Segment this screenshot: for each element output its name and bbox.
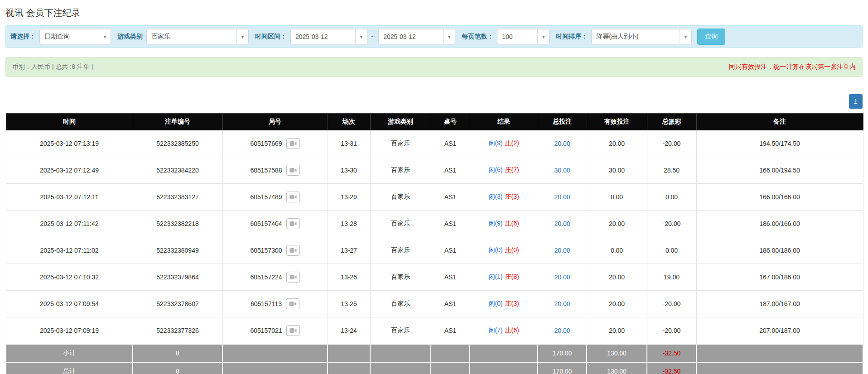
cell-remark: 167.00/186.00 (696, 264, 863, 291)
cell-table-no: AS1 (431, 157, 470, 184)
video-replay-button[interactable] (286, 218, 300, 229)
cell-session: 13-31 (328, 130, 370, 157)
cell-time: 2025-03-12 07:11:02 (6, 237, 133, 264)
total-bet-link[interactable]: 20.00 (554, 247, 570, 254)
total-bet-link[interactable]: 20.00 (554, 193, 570, 201)
video-replay-button[interactable] (286, 165, 300, 176)
video-replay-button[interactable] (286, 272, 300, 283)
sort-select[interactable]: 降幂(由大到小) ▼ (591, 29, 692, 44)
cell-remark: 207.00/187.00 (696, 317, 863, 345)
header-remark: 备注 (696, 114, 863, 130)
video-camera-icon (289, 274, 297, 280)
round-number: 605157404 (250, 220, 282, 227)
chevron-down-icon[interactable]: ▼ (236, 29, 248, 44)
result-banker: 庄(7) (505, 166, 519, 173)
cell-session: 13-27 (328, 237, 370, 264)
total-bet-link[interactable]: 20.00 (554, 327, 570, 334)
round-number: 605157300 (250, 247, 282, 254)
cell-game-type: 百家乐 (370, 157, 431, 184)
cell-table-no: AS1 (431, 184, 470, 211)
cell-total-bet: 20.00 (538, 130, 587, 157)
cell-time: 2025-03-12 07:10:32 (6, 264, 133, 291)
search-button[interactable]: 查询 (697, 29, 725, 45)
chevron-down-icon[interactable]: ▼ (355, 29, 367, 44)
cell-time: 2025-03-12 07:11:42 (6, 211, 133, 237)
subtotal-total-bet: 170.00 (538, 344, 587, 362)
cell-time: 2025-03-12 07:09:54 (6, 291, 133, 317)
total-bet-link[interactable]: 20.00 (554, 220, 570, 227)
cell-remark: 186.00/166.00 (696, 211, 863, 237)
date-to-select[interactable]: 2025-03-12 ▼ (378, 29, 455, 44)
page-button-1[interactable]: 1 (849, 94, 863, 109)
result-player: 闲(3) (488, 193, 502, 200)
result-player: 闲(9) (488, 139, 502, 147)
cell-result: 闲(3)庄(3) (470, 184, 538, 211)
summary-currency-count: 币别：人民币 | 总共 :8 注单 | (12, 63, 93, 71)
cell-remark: 187.00/167.00 (696, 291, 863, 317)
result-banker: 庄(6) (505, 326, 519, 334)
round-number: 605157224 (250, 273, 282, 281)
cell-result: 闲(0)庄(0) (470, 237, 538, 264)
video-replay-button[interactable] (286, 192, 300, 202)
date-from-select[interactable]: 2025-03-12 ▼ (290, 29, 367, 44)
filter-bar: 请选择： 日期查询 ▼ 游戏类别 百家乐 ▼ 时间区间： 2025-03-12 … (5, 25, 863, 48)
cell-total-bet: 20.00 (538, 184, 587, 211)
video-replay-button[interactable] (286, 138, 300, 149)
cell-session: 13-30 (328, 157, 370, 184)
cell-valid-bet: 30.00 (587, 157, 647, 184)
game-type-value: 百家乐 (147, 29, 236, 44)
video-replay-button[interactable] (286, 298, 299, 309)
video-camera-icon (289, 248, 297, 253)
subtotal-count: 8 (133, 344, 222, 362)
total-bet-link[interactable]: 20.00 (554, 300, 570, 307)
cell-round: 605157224 (222, 264, 328, 291)
cell-bet-id: 522332380949 (133, 237, 222, 264)
table-row: 2025-03-12 07:09:54 522332378607 6051571… (6, 291, 863, 317)
cell-table-no: AS1 (431, 317, 470, 345)
game-type-select[interactable]: 百家乐 ▼ (146, 29, 249, 44)
table-row: 2025-03-12 07:09:19 522332377326 6051570… (6, 317, 863, 345)
result-banker: 庄(8) (505, 273, 519, 280)
chevron-down-icon[interactable]: ▼ (537, 29, 549, 44)
date-range-label: 时间区间： (255, 33, 287, 41)
result-player: 闲(6) (488, 166, 502, 173)
total-bet-link[interactable]: 30.00 (554, 167, 570, 174)
cell-round: 605157588 (222, 157, 328, 184)
sort-label: 时间排序： (556, 33, 588, 41)
result-player: 闲(1) (488, 273, 502, 280)
header-table-no: 桌号 (431, 114, 470, 130)
cell-session: 13-28 (328, 211, 370, 237)
chevron-down-icon[interactable]: ▼ (680, 29, 691, 44)
page-size-value: 100 (497, 29, 537, 44)
cell-game-type: 百家乐 (370, 130, 431, 157)
cell-remark: 186.00/186.00 (696, 237, 863, 264)
cell-round: 605157669 (222, 130, 328, 157)
query-type-select[interactable]: 日期查询 ▼ (39, 29, 111, 44)
total-bet-link[interactable]: 20.00 (554, 140, 570, 147)
cell-valid-bet: 20.00 (587, 264, 647, 291)
cell-round: 605157113 (222, 291, 328, 317)
cell-total-bet: 20.00 (538, 317, 587, 345)
page-size-select[interactable]: 100 ▼ (497, 29, 550, 44)
sort-value: 降幂(由大到小) (592, 29, 680, 44)
cell-bet-id: 522332383127 (133, 184, 222, 211)
total-bet-link[interactable]: 20.00 (554, 273, 570, 281)
video-replay-button[interactable] (286, 245, 300, 256)
cell-game-type: 百家乐 (370, 184, 431, 211)
cell-bet-id: 522332382218 (133, 211, 222, 237)
header-result: 结果 (470, 114, 538, 130)
query-type-label: 请选择： (10, 33, 36, 41)
cell-remark: 194.50/174.50 (696, 130, 863, 157)
table-body: 2025-03-12 07:13:19 522332385250 6051576… (6, 130, 863, 345)
round-number: 605157113 (251, 300, 282, 307)
chevron-down-icon[interactable]: ▼ (99, 29, 111, 44)
cell-game-type: 百家乐 (370, 264, 431, 291)
cell-total-bet: 20.00 (538, 237, 587, 264)
video-camera-icon (289, 221, 297, 226)
cell-session: 13-25 (328, 291, 370, 317)
cell-payout: 28.50 (647, 157, 696, 184)
header-game-type: 游戏类别 (370, 114, 431, 130)
video-replay-button[interactable] (286, 325, 300, 336)
chevron-down-icon[interactable]: ▼ (443, 29, 455, 44)
cell-round: 605157300 (222, 237, 328, 264)
